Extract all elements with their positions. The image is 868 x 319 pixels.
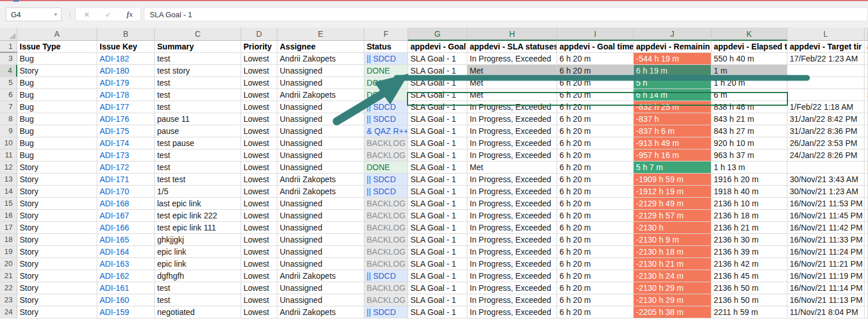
cell-H24[interactable]: In Progress, Exceeded [467,306,557,318]
cell-I14[interactable]: 6 h 20 m [557,186,634,198]
cell-F4[interactable]: DONE [364,65,408,77]
col-header-m-sliver[interactable] [865,28,868,41]
cell-C14[interactable]: 1/5 [155,186,241,198]
cell-C6[interactable]: test [155,89,241,101]
cell-L24[interactable]: 11/Nov/21 8:04 PM [787,306,865,318]
cell-C24[interactable]: negotiated [155,306,241,318]
cell-E6[interactable]: Andrii Zakopets [277,89,364,101]
col-header-F[interactable]: F [364,28,408,41]
cell-G16[interactable]: SLA Goal - 1 [408,210,467,222]
row-header-14[interactable]: 14 [0,186,17,198]
cell-J19[interactable]: -2130 h 18 m [634,246,711,258]
cell-L4[interactable] [787,65,865,77]
col-header-H[interactable]: H [467,28,557,41]
cell-E3[interactable]: Andrii Zakopets [277,53,364,65]
cell-I19[interactable]: 6 h 20 m [557,246,634,258]
cell-C21[interactable]: dgfhgfh [155,270,241,282]
cell-M16[interactable] [865,210,868,222]
row-header-12[interactable]: 12 [0,162,17,174]
cell-H5[interactable]: Met [467,77,557,89]
cell-B16[interactable]: ADI-167 [97,210,155,222]
cell-M20[interactable] [865,258,868,270]
cell-I22[interactable]: 6 h 20 m [557,282,634,294]
cell-D22[interactable]: Lowest [241,282,277,294]
cell-A4[interactable]: Story [17,65,97,77]
cell-K14[interactable]: 1918 h 40 m [711,186,787,198]
cell-L11[interactable]: 24/Jan/22 8:26 PM [787,149,865,162]
cell-G21[interactable]: SLA Goal - 1 [408,270,467,282]
cell-A7[interactable]: Bug [17,101,97,113]
header-H[interactable]: appdevi - SLA statuses [467,41,557,53]
cell-M5[interactable]: 1 [865,77,868,89]
cell-G24[interactable]: SLA Goal - 1 [408,306,467,318]
cell-K12[interactable]: 1 h 13 m [711,162,787,174]
cell-J21[interactable]: -2130 h 24 m [634,270,711,282]
cell-C8[interactable]: pause 11 [155,113,241,125]
cell-I11[interactable]: 6 h 20 m [557,149,634,162]
cell-E10[interactable]: Unassigned [277,137,364,149]
cell-H3[interactable]: In Progress, Exceeded [467,53,557,65]
cell-L6[interactable] [787,89,865,101]
cell-H19[interactable]: In Progress, Exceeded [467,246,557,258]
cell-L12[interactable] [787,162,865,174]
cell-D12[interactable]: Lowest [241,162,277,174]
cell-K7[interactable]: 838 h 46 m [711,101,787,113]
row-header-9[interactable]: 9 [0,125,17,137]
cell-M21[interactable] [865,270,868,282]
cell-G20[interactable]: SLA Goal - 1 [408,258,467,270]
cell-F9[interactable]: & QAZ R++ [364,125,408,137]
cell-A23[interactable]: Story [17,294,97,306]
cell-K20[interactable]: 2136 h 42 m [711,258,787,270]
header-D[interactable]: Priority [241,41,277,53]
row-header-23[interactable]: 23 [0,294,17,306]
cell-D6[interactable]: Lowest [241,89,277,101]
cell-H22[interactable]: In Progress, Exceeded [467,282,557,294]
cell-M9[interactable] [865,125,868,137]
cell-C22[interactable]: test [155,282,241,294]
cell-B22[interactable]: ADI-161 [97,282,155,294]
cell-K4[interactable]: 1 m [711,65,787,77]
cell-A12[interactable]: Story [17,162,97,174]
cell-H15[interactable]: In Progress, Exceeded [467,198,557,210]
cell-M12[interactable]: 2 [865,162,868,174]
row-header-13[interactable]: 13 [0,174,17,186]
cell-M6[interactable]: 3 [865,89,868,101]
cell-L19[interactable]: 16/Nov/21 11:24 PM [787,246,865,258]
header-J[interactable]: appdevi - Remainin [634,41,711,53]
cell-D23[interactable]: Lowest [241,294,277,306]
cell-F21[interactable]: || SDCD [364,270,408,282]
cell-D18[interactable]: Lowest [241,234,277,246]
cell-A6[interactable]: Bug [17,89,97,101]
row-header-6[interactable]: 6 [0,89,17,101]
cell-I18[interactable]: 6 h 20 m [557,234,634,246]
cell-D4[interactable]: Lowest [241,65,277,77]
col-header-G[interactable]: G [408,28,467,41]
cell-K5[interactable]: 1 h 20 m [711,77,787,89]
cell-K21[interactable]: 2136 h 45 m [711,270,787,282]
cell-C4[interactable]: test story [155,65,241,77]
cell-G14[interactable]: SLA Goal - 1 [408,186,467,198]
cell-B15[interactable]: ADI-168 [97,198,155,210]
cell-H23[interactable]: In Progress, Exceeded [467,294,557,306]
cell-A21[interactable]: Story [17,270,97,282]
cell-L22[interactable]: 16/Nov/21 11:14 PM [787,282,865,294]
cell-G7[interactable]: SLA Goal - 1 [408,101,467,113]
cell-I12[interactable]: 6 h 20 m [557,162,634,174]
col-header-B[interactable]: B [97,28,155,41]
cell-G23[interactable]: SLA Goal - 1 [408,294,467,306]
header-B[interactable]: Issue Key [97,41,155,53]
cell-E8[interactable]: Unassigned [277,113,364,125]
cell-J16[interactable]: -2129 h 57 m [634,210,711,222]
cell-F16[interactable]: BACKLOG [364,210,408,222]
cell-I7[interactable]: 6 h 20 m [557,101,634,113]
formula-bar[interactable]: SLA Goal - 1 [144,7,868,21]
col-header-E[interactable]: E [277,28,364,41]
cell-B5[interactable]: ADI-179 [97,77,155,89]
cell-F7[interactable]: || SDCD [364,101,408,113]
header-C[interactable]: Summary [155,41,241,53]
cell-M11[interactable] [865,149,868,162]
cell-A11[interactable]: Bug [17,149,97,162]
cell-H12[interactable]: Met [467,162,557,174]
cell-J23[interactable]: -2130 h 29 m [634,294,711,306]
cell-H4[interactable]: Met [467,65,557,77]
